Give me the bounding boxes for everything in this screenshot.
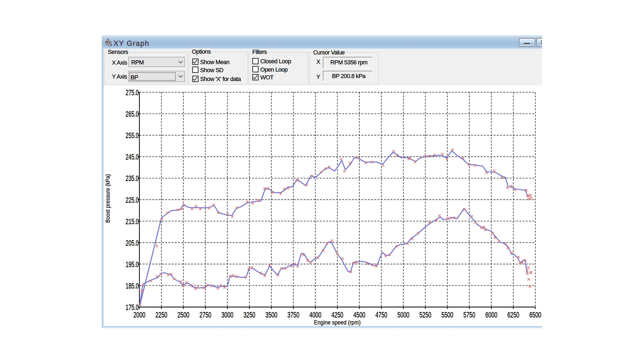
svg-text:6250: 6250 <box>507 311 519 319</box>
svg-text:6500: 6500 <box>529 311 541 319</box>
svg-text:185.0: 185.0 <box>126 282 139 290</box>
svg-text:2000: 2000 <box>133 311 145 319</box>
svg-text:2750: 2750 <box>199 311 211 319</box>
svg-text:Boost pressure (kPa): Boost pressure (kPa) <box>104 174 111 223</box>
svg-text:4000: 4000 <box>309 311 321 319</box>
svg-text:Engine speed (rpm): Engine speed (rpm) <box>314 319 361 326</box>
svg-text:205.0: 205.0 <box>126 239 139 247</box>
svg-text:5000: 5000 <box>397 311 409 319</box>
svg-text:195.0: 195.0 <box>126 260 139 269</box>
svg-text:5250: 5250 <box>419 311 431 319</box>
svg-text:275.0: 275.0 <box>126 88 139 97</box>
svg-text:4750: 4750 <box>375 311 387 319</box>
svg-text:235.0: 235.0 <box>126 174 139 183</box>
svg-text:6000: 6000 <box>485 311 497 319</box>
svg-text:3000: 3000 <box>221 311 233 319</box>
svg-text:4250: 4250 <box>331 311 343 319</box>
svg-text:265.0: 265.0 <box>126 110 139 118</box>
svg-text:3750: 3750 <box>287 311 299 319</box>
svg-text:175.0: 175.0 <box>126 303 139 312</box>
svg-text:2500: 2500 <box>177 311 189 319</box>
svg-text:2250: 2250 <box>155 311 167 319</box>
svg-text:255.0: 255.0 <box>126 131 139 140</box>
svg-text:215.0: 215.0 <box>126 217 139 226</box>
svg-text:225.0: 225.0 <box>126 196 139 204</box>
svg-text:3500: 3500 <box>265 311 277 319</box>
svg-text:4500: 4500 <box>353 311 365 319</box>
svg-text:3250: 3250 <box>243 311 255 319</box>
svg-text:5750: 5750 <box>463 311 475 319</box>
svg-text:245.0: 245.0 <box>126 153 139 161</box>
svg-text:5500: 5500 <box>441 311 453 319</box>
